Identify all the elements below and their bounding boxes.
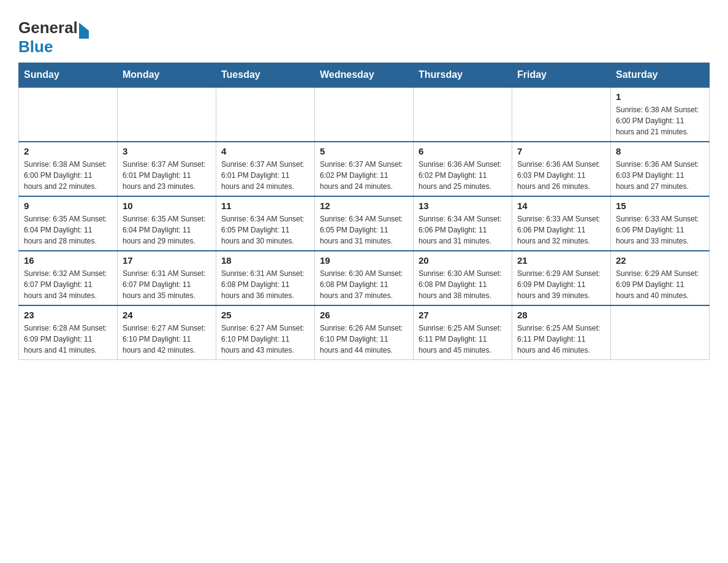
day-info: Sunrise: 6:38 AM Sunset: 6:00 PM Dayligh… [616,104,704,137]
day-number: 21 [517,255,605,266]
day-number: 22 [616,255,704,266]
day-info: Sunrise: 6:31 AM Sunset: 6:08 PM Dayligh… [221,268,309,301]
day-info: Sunrise: 6:30 AM Sunset: 6:08 PM Dayligh… [419,268,507,301]
week-row-1: 1Sunrise: 6:38 AM Sunset: 6:00 PM Daylig… [19,87,710,142]
day-info: Sunrise: 6:34 AM Sunset: 6:05 PM Dayligh… [320,213,408,247]
calendar-cell: 9Sunrise: 6:35 AM Sunset: 6:04 PM Daylig… [19,196,118,251]
day-info: Sunrise: 6:27 AM Sunset: 6:10 PM Dayligh… [123,323,211,356]
logo-arrow-icon [79,23,89,39]
calendar-cell: 23Sunrise: 6:28 AM Sunset: 6:09 PM Dayli… [19,305,118,360]
calendar-cell: 4Sunrise: 6:37 AM Sunset: 6:01 PM Daylig… [216,142,315,196]
day-number: 26 [320,310,408,320]
calendar-cell: 18Sunrise: 6:31 AM Sunset: 6:08 PM Dayli… [216,251,315,305]
day-info: Sunrise: 6:25 AM Sunset: 6:11 PM Dayligh… [517,323,605,356]
day-info: Sunrise: 6:32 AM Sunset: 6:07 PM Dayligh… [24,268,112,301]
day-header-monday: Monday [118,63,216,88]
calendar-cell: 1Sunrise: 6:38 AM Sunset: 6:00 PM Daylig… [611,87,710,142]
calendar-cell [414,87,512,142]
calendar-cell: 25Sunrise: 6:27 AM Sunset: 6:10 PM Dayli… [216,305,315,360]
calendar-cell: 27Sunrise: 6:25 AM Sunset: 6:11 PM Dayli… [414,305,512,360]
day-number: 23 [24,310,112,320]
day-number: 3 [123,146,211,156]
day-number: 28 [517,310,605,320]
day-number: 4 [221,146,309,156]
day-header-thursday: Thursday [414,63,512,88]
day-number: 18 [221,255,309,266]
day-number: 7 [517,146,605,156]
calendar-cell: 16Sunrise: 6:32 AM Sunset: 6:07 PM Dayli… [19,251,118,305]
day-number: 9 [24,201,112,211]
day-number: 1 [616,91,704,102]
day-number: 10 [123,201,211,211]
calendar-cell: 3Sunrise: 6:37 AM Sunset: 6:01 PM Daylig… [118,142,216,196]
day-info: Sunrise: 6:31 AM Sunset: 6:07 PM Dayligh… [123,268,211,301]
calendar-cell: 14Sunrise: 6:33 AM Sunset: 6:06 PM Dayli… [512,196,611,251]
day-info: Sunrise: 6:33 AM Sunset: 6:06 PM Dayligh… [616,213,704,247]
week-row-5: 23Sunrise: 6:28 AM Sunset: 6:09 PM Dayli… [19,305,710,360]
day-number: 11 [221,201,309,211]
week-row-2: 2Sunrise: 6:38 AM Sunset: 6:00 PM Daylig… [19,142,710,196]
calendar-cell: 6Sunrise: 6:36 AM Sunset: 6:02 PM Daylig… [414,142,512,196]
day-header-wednesday: Wednesday [315,63,414,88]
calendar-cell: 8Sunrise: 6:36 AM Sunset: 6:03 PM Daylig… [611,142,710,196]
day-info: Sunrise: 6:33 AM Sunset: 6:06 PM Dayligh… [517,213,605,247]
calendar-table: SundayMondayTuesdayWednesdayThursdayFrid… [18,63,710,360]
day-header-friday: Friday [512,63,611,88]
day-number: 27 [419,310,507,320]
day-info: Sunrise: 6:37 AM Sunset: 6:02 PM Dayligh… [320,159,408,192]
calendar-cell: 10Sunrise: 6:35 AM Sunset: 6:04 PM Dayli… [118,196,216,251]
day-number: 14 [517,201,605,211]
calendar-cell: 28Sunrise: 6:25 AM Sunset: 6:11 PM Dayli… [512,305,611,360]
calendar-cell [216,87,315,142]
day-number: 25 [221,310,309,320]
days-header-row: SundayMondayTuesdayWednesdayThursdayFrid… [19,63,710,88]
day-number: 24 [123,310,211,320]
day-info: Sunrise: 6:36 AM Sunset: 6:03 PM Dayligh… [616,159,704,192]
day-number: 20 [419,255,507,266]
calendar-cell: 24Sunrise: 6:27 AM Sunset: 6:10 PM Dayli… [118,305,216,360]
calendar-cell [19,87,118,142]
day-info: Sunrise: 6:28 AM Sunset: 6:09 PM Dayligh… [24,323,112,356]
logo-general-text: General [18,18,78,37]
day-info: Sunrise: 6:29 AM Sunset: 6:09 PM Dayligh… [616,268,704,301]
calendar-cell: 22Sunrise: 6:29 AM Sunset: 6:09 PM Dayli… [611,251,710,305]
logo: General Blue [18,12,89,56]
calendar-cell: 13Sunrise: 6:34 AM Sunset: 6:06 PM Dayli… [414,196,512,251]
day-info: Sunrise: 6:29 AM Sunset: 6:09 PM Dayligh… [517,268,605,301]
calendar-cell: 15Sunrise: 6:33 AM Sunset: 6:06 PM Dayli… [611,196,710,251]
calendar-cell [118,87,216,142]
day-number: 5 [320,146,408,156]
day-info: Sunrise: 6:37 AM Sunset: 6:01 PM Dayligh… [123,159,211,192]
week-row-3: 9Sunrise: 6:35 AM Sunset: 6:04 PM Daylig… [19,196,710,251]
calendar-cell: 17Sunrise: 6:31 AM Sunset: 6:07 PM Dayli… [118,251,216,305]
calendar-cell: 19Sunrise: 6:30 AM Sunset: 6:08 PM Dayli… [315,251,414,305]
day-info: Sunrise: 6:35 AM Sunset: 6:04 PM Dayligh… [24,213,112,247]
day-number: 13 [419,201,507,211]
day-number: 12 [320,201,408,211]
week-row-4: 16Sunrise: 6:32 AM Sunset: 6:07 PM Dayli… [19,251,710,305]
day-info: Sunrise: 6:26 AM Sunset: 6:10 PM Dayligh… [320,323,408,356]
day-number: 6 [419,146,507,156]
day-info: Sunrise: 6:34 AM Sunset: 6:06 PM Dayligh… [419,213,507,247]
day-info: Sunrise: 6:38 AM Sunset: 6:00 PM Dayligh… [24,159,112,192]
calendar-cell: 21Sunrise: 6:29 AM Sunset: 6:09 PM Dayli… [512,251,611,305]
day-info: Sunrise: 6:37 AM Sunset: 6:01 PM Dayligh… [221,159,309,192]
calendar-cell: 2Sunrise: 6:38 AM Sunset: 6:00 PM Daylig… [19,142,118,196]
calendar-cell [512,87,611,142]
calendar-cell: 5Sunrise: 6:37 AM Sunset: 6:02 PM Daylig… [315,142,414,196]
calendar-cell: 7Sunrise: 6:36 AM Sunset: 6:03 PM Daylig… [512,142,611,196]
day-header-sunday: Sunday [19,63,118,88]
day-info: Sunrise: 6:36 AM Sunset: 6:03 PM Dayligh… [517,159,605,192]
day-info: Sunrise: 6:30 AM Sunset: 6:08 PM Dayligh… [320,268,408,301]
day-number: 8 [616,146,704,156]
calendar-cell [611,305,710,360]
day-header-saturday: Saturday [611,63,710,88]
day-number: 17 [123,255,211,266]
day-info: Sunrise: 6:34 AM Sunset: 6:05 PM Dayligh… [221,213,309,247]
calendar-cell: 26Sunrise: 6:26 AM Sunset: 6:10 PM Dayli… [315,305,414,360]
day-info: Sunrise: 6:25 AM Sunset: 6:11 PM Dayligh… [419,323,507,356]
day-info: Sunrise: 6:35 AM Sunset: 6:04 PM Dayligh… [123,213,211,247]
calendar-cell: 11Sunrise: 6:34 AM Sunset: 6:05 PM Dayli… [216,196,315,251]
page-header: General Blue [18,12,710,56]
day-header-tuesday: Tuesday [216,63,315,88]
